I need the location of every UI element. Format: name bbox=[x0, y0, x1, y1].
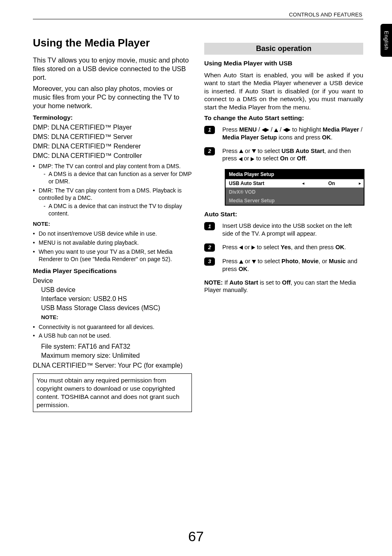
menu-key: MENU bbox=[239, 126, 257, 133]
device-label: Device bbox=[33, 277, 192, 285]
usb-paragraph: When Auto Start is enabled, you will be … bbox=[204, 71, 363, 111]
auto-step-3-body: Press or to select Photo, Movie, or Musi… bbox=[222, 257, 363, 273]
language-label: English bbox=[383, 31, 390, 50]
terminology-list: DMP: The TV can control and play content… bbox=[33, 163, 192, 218]
media-player-setup-label: Media Player Setup bbox=[222, 134, 277, 141]
step-number-1: 1 bbox=[204, 222, 215, 230]
up-arrow-icon bbox=[239, 260, 243, 264]
menu-row-label: DivX® VOD bbox=[226, 188, 364, 196]
left-arrow-icon bbox=[283, 128, 287, 132]
list-item: Do not insert/remove USB device while in… bbox=[33, 230, 192, 238]
list-item: A USB hub can not be used. bbox=[33, 332, 192, 340]
terminology-heading: Terminology: bbox=[33, 114, 192, 121]
auto-step-2-body: Press or to select Yes, and then press O… bbox=[222, 243, 363, 251]
t: or bbox=[243, 244, 251, 250]
step-number-2: 2 bbox=[204, 147, 215, 155]
movie-label: Movie bbox=[302, 258, 318, 264]
dlna-server: DLNA CERTIFIED™ Server: Your PC (for exa… bbox=[33, 362, 192, 369]
t: , and then press bbox=[291, 244, 335, 250]
note-heading-2: NOTE: bbox=[41, 314, 192, 320]
usb-auto-start-label: USB Auto Start bbox=[281, 148, 324, 154]
t: If bbox=[224, 279, 229, 286]
up-arrow-icon bbox=[239, 149, 243, 153]
t: / bbox=[359, 126, 362, 133]
up-arrow-icon bbox=[274, 128, 278, 132]
t: , or bbox=[318, 258, 329, 264]
term-dmr: DMR: DLNA CERTIFIED™ Renderer bbox=[33, 143, 192, 150]
t: to select bbox=[256, 258, 281, 264]
t: . bbox=[331, 134, 332, 141]
t: / bbox=[278, 126, 283, 133]
t: Press bbox=[222, 244, 239, 250]
list-item: DMR: The TV can play content from a DMS.… bbox=[33, 187, 192, 218]
right-column: Basic operation Using Media Player with … bbox=[204, 37, 363, 412]
right-arrow-icon: ► bbox=[356, 181, 364, 185]
off-label: Off bbox=[282, 279, 291, 286]
auto-step-3: 3 Press or to select Photo, Movie, or Mu… bbox=[204, 257, 363, 273]
t: or bbox=[243, 148, 252, 154]
step-2: 2 Press or to select USB Auto Start, and… bbox=[204, 147, 363, 163]
step-1-body: Press MENU / / / to highlight Media Play… bbox=[222, 126, 363, 141]
list-item: When you want to use your TV as a DMR, s… bbox=[33, 248, 192, 263]
auto-start-label: Auto Start bbox=[229, 279, 258, 286]
interface-version: Interface version: USB2.0 HS bbox=[41, 295, 192, 303]
yes-label: Yes bbox=[281, 244, 291, 250]
t: or bbox=[288, 155, 297, 162]
t: . bbox=[247, 266, 249, 272]
menu-row-label: Media Server Setup bbox=[226, 197, 364, 205]
menu-row-value: On bbox=[307, 179, 356, 188]
ok-key: OK bbox=[239, 266, 248, 272]
intro-2: Moreover, you can also play photos, movi… bbox=[33, 84, 192, 110]
t: or bbox=[243, 258, 252, 264]
step-1: 1 Press MENU / / / to highlight Media Pl… bbox=[204, 126, 363, 141]
media-player-label: Media Player bbox=[323, 126, 359, 133]
down-arrow-icon bbox=[252, 149, 256, 153]
right-arrow-icon bbox=[251, 246, 255, 250]
t: icons and press bbox=[277, 134, 322, 141]
note-heading: NOTE: bbox=[33, 221, 192, 227]
auto-step-1-body: Insert USB device into the USB socket on… bbox=[222, 222, 363, 238]
note-auto-start: NOTE: If Auto Start is set to Off, you c… bbox=[204, 279, 363, 294]
photo-label: Photo bbox=[281, 258, 298, 264]
note-label: NOTE: bbox=[204, 279, 224, 286]
left-arrow-icon bbox=[239, 157, 242, 161]
down-arrow-icon bbox=[252, 260, 256, 264]
term-dms: DMS: DLNA CERTIFIED™ Server bbox=[33, 133, 192, 141]
step-2-body: Press or to select USB Auto Start, and t… bbox=[222, 147, 363, 163]
t: / bbox=[269, 126, 274, 133]
intro-1: This TV allows you to enjoy movie, music… bbox=[33, 56, 192, 82]
t: to select bbox=[256, 148, 281, 154]
t: . bbox=[344, 244, 346, 250]
list-item: A DMS is a device that can function as a… bbox=[44, 171, 192, 185]
left-arrow-icon: ◄ bbox=[300, 181, 307, 185]
auto-step-1: 1 Insert USB device into the USB socket … bbox=[204, 222, 363, 238]
columns: Using the Media Player This TV allows yo… bbox=[33, 37, 363, 412]
menu-row-media-server-setup: Media Server Setup bbox=[226, 196, 364, 205]
step-number-1: 1 bbox=[204, 126, 215, 134]
file-system: File system: FAT16 and FAT32 bbox=[41, 343, 192, 350]
change-setting-title: To change the Auto Start setting: bbox=[204, 114, 363, 122]
term-dmr-desc: DMR: The TV can play content from a DMS.… bbox=[39, 187, 182, 201]
t: Press bbox=[222, 258, 239, 264]
specs-heading: Media Player Specifications bbox=[33, 267, 192, 275]
t: . bbox=[306, 155, 307, 162]
media-player-setup-menu: Media Player Setup USB Auto Start ◄ On ►… bbox=[225, 169, 364, 206]
term-dmp-desc: DMP: The TV can control and play content… bbox=[39, 163, 181, 169]
list-item: DMP: The TV can control and play content… bbox=[33, 163, 192, 186]
page-number: 67 bbox=[0, 528, 392, 544]
step-number-3: 3 bbox=[204, 257, 215, 266]
section-bar-basic-operation: Basic operation bbox=[204, 43, 363, 55]
term-dmc: DMC: DLNA CERTIFIED™ Controller bbox=[33, 152, 192, 160]
usb-subtitle: Using Media Player with USB bbox=[204, 60, 363, 67]
language-tab: English bbox=[380, 24, 392, 57]
menu-title: Media Player Setup bbox=[226, 170, 364, 179]
on-label: On bbox=[280, 155, 288, 162]
term-dmp: DMP: DLNA CERTIFIED™ Player bbox=[33, 124, 192, 131]
menu-row-divx-vod: DivX® VOD bbox=[226, 188, 364, 196]
left-arrow-icon bbox=[239, 246, 243, 250]
note-list-1: Do not insert/remove USB device while in… bbox=[33, 230, 192, 263]
list-item: A DMC is a device that can instruct the … bbox=[44, 203, 192, 218]
menu-row-usb-auto-start: USB Auto Start ◄ On ► bbox=[226, 179, 364, 188]
t: / bbox=[257, 126, 262, 133]
t: is set to bbox=[258, 279, 282, 286]
